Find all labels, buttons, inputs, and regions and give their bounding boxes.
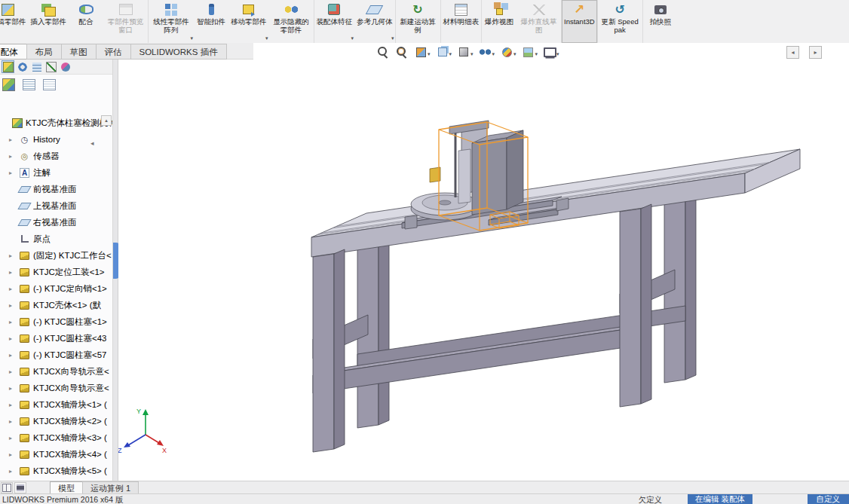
ribbon-button[interactable]: 新建运动算例 [396,0,441,43]
tree-item[interactable]: 上视基准面 [0,197,112,214]
filmstrip-icon [17,484,24,491]
tree-item-label: 右视基准面 [33,217,77,228]
ribbon-button[interactable]: 编辑零部件 [0,0,29,43]
tree-item[interactable]: (-) KTJC圆柱塞<43 [0,330,112,347]
manager-tabs-scroll-left-icon[interactable] [90,122,93,129]
expand-arrow-icon[interactable] [9,286,12,292]
view-tool-button[interactable] [375,44,391,60]
display-style-icon [457,46,470,59]
tree-item[interactable]: KTJCX轴滑块<4> ( [0,446,112,463]
linear-component-pattern-icon [163,2,179,17]
expand-arrow-icon[interactable] [9,451,12,458]
expand-arrow-icon[interactable] [9,319,12,325]
model-mechanism[interactable] [402,121,569,229]
ribbon-button[interactable]: 更新 Speedpak [598,0,643,43]
tree-item[interactable]: KTJCX向导轨示意< [0,363,112,380]
section-view-icon [414,46,428,59]
split-pane-button[interactable] [1,482,13,493]
tree-item[interactable]: KTJCX向导轨示意< [0,380,112,396]
ribbon-button[interactable]: 拍快照 [643,0,678,43]
graphics-area[interactable]: Y X Z [118,60,849,481]
expand-arrow-icon[interactable] [9,368,12,375]
tree-item[interactable]: KTJC定位工装<1> [0,264,112,280]
view-tool-button[interactable] [477,44,497,60]
study-tab[interactable]: 运动算例 1 [82,481,139,493]
ribbon-button[interactable]: 线性零部件阵列 [149,0,194,43]
tree-scroll-up-button[interactable] [101,115,112,126]
tree-item[interactable]: History [0,131,112,148]
expand-arrow-icon[interactable] [9,435,12,441]
ribbon-button[interactable]: 装配体特征 [314,0,355,43]
expand-arrow-icon[interactable] [9,468,12,475]
tree-tool-button[interactable] [2,78,15,91]
ribbon-button[interactable]: 材料明细表 [441,0,483,43]
expand-arrow-icon[interactable] [9,402,12,408]
tree-item[interactable]: 传感器 [0,148,112,164]
manager-tab[interactable] [59,60,72,73]
expand-arrow-icon[interactable] [9,302,12,309]
tree-item[interactable]: KTJCX轴滑块<1> ( [0,396,112,413]
view-tool-button[interactable] [455,44,475,60]
ribbon-button[interactable]: 参考几何体 [354,0,396,43]
manager-tab[interactable] [16,60,29,73]
tree-item[interactable]: 右视基准面 [0,214,112,231]
model-workbench[interactable] [311,149,800,452]
tree-item[interactable]: (-) KTJC圆柱塞<57 [0,347,112,363]
filmstrip-button[interactable] [14,482,26,493]
expand-arrow-icon[interactable] [9,385,12,392]
ribbon-button[interactable]: 智能扣件 [194,0,228,43]
tree-item[interactable]: KTJCX轴滑块<5> ( [0,463,112,479]
expand-arrow-icon[interactable] [9,136,12,143]
part-icon [19,250,30,261]
tree-tool-button[interactable] [23,79,35,90]
collapse-pane-button[interactable] [786,46,799,59]
tree-item[interactable]: 前视基准面 [0,181,112,197]
dropdown-caret-icon [470,45,474,59]
tree-item[interactable]: (固定) KTJC工作台< [0,247,112,264]
expand-arrow-icon[interactable] [9,335,12,342]
command-tab[interactable]: 布局 [26,44,62,60]
command-tab[interactable]: SOLIDWORKS 插件 [130,44,227,60]
ribbon-button[interactable]: 爆炸直线草图 [516,0,562,43]
expand-arrow-icon[interactable] [9,418,12,425]
view-tool-button[interactable] [498,44,518,60]
tree-item[interactable]: KTJC壳体<1> (默 [0,297,112,313]
expand-arrow-icon[interactable] [9,153,12,160]
ribbon-button[interactable]: 移动零部件 [228,0,269,43]
tree-item[interactable]: KTJCX轴滑块<2> ( [0,413,112,429]
view-tool-button[interactable] [394,44,410,60]
view-tool-button[interactable] [412,44,432,60]
ribbon-button[interactable]: 插入零部件 [29,0,69,43]
expand-arrow-icon[interactable] [9,170,12,176]
expand-arrow-icon[interactable] [9,269,12,276]
collapse-arrow-icon[interactable] [90,139,94,147]
manager-tab[interactable] [44,60,57,73]
manager-tab[interactable] [30,60,43,73]
tree-tool-button[interactable] [43,79,56,90]
command-tab[interactable]: 草图 [61,44,97,60]
tree-item[interactable]: (-) KTJC圆柱塞<1> [0,313,112,330]
tree-item[interactable]: KTJCX轴滑块<3> ( [0,429,112,446]
manager-tab[interactable] [2,60,14,73]
view-tool-button[interactable] [520,44,540,60]
ribbon-button[interactable]: 显示隐藏的零部件 [269,0,314,43]
customize-button[interactable]: 自定义 [808,494,849,504]
tree-item[interactable]: 注解 [0,164,112,181]
tree-item[interactable]: (-) KTJC定向销<1> [0,280,112,297]
view-tool-button[interactable] [541,44,561,60]
ribbon-button[interactable]: Instant3D [562,0,598,43]
ribbon-button[interactable]: 零部件预览窗口 [103,0,149,43]
ribbon-button[interactable]: 配合 [69,0,103,43]
study-tab[interactable]: 模型 [50,481,83,493]
command-tab[interactable]: 评估 [96,44,131,60]
part-icon [19,466,30,476]
command-tab[interactable]: 装配体 [0,44,27,60]
ribbon-button[interactable]: 爆炸视图 [482,0,516,43]
expand-arrow-icon[interactable] [9,352,12,359]
tree-item[interactable]: 原点 [0,231,112,247]
panel-splitter[interactable] [113,60,118,481]
view-tool-button[interactable] [434,44,454,60]
expand-pane-button[interactable] [809,46,822,59]
tree-item[interactable]: KTJC壳体柱塞检测机构 [0,115,112,131]
expand-arrow-icon[interactable] [9,252,12,259]
